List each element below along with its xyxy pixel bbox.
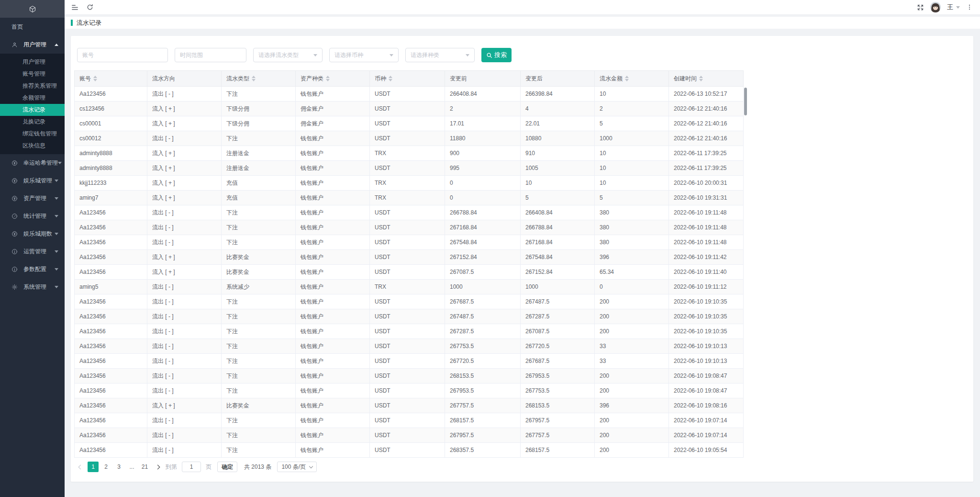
cell: 2022-06-10 19:08:16 (669, 398, 744, 413)
cell: 4 (521, 102, 595, 116)
cell: 注册送金 (222, 161, 296, 176)
cell: 2022-06-10 19:10:13 (669, 354, 744, 369)
account-input[interactable] (77, 48, 168, 62)
cell: 268157.5 (521, 443, 595, 458)
column-header[interactable]: 创建时间 (669, 71, 744, 87)
avatar[interactable] (930, 2, 941, 12)
cell: 流入 [ + ] (147, 102, 222, 116)
cell: 267687.5 (445, 294, 521, 309)
user-caret-icon[interactable] (956, 6, 960, 9)
sort-icon[interactable] (252, 76, 256, 81)
sidebar-item-wallet-binding[interactable]: 绑定钱包管理 (0, 128, 65, 140)
table-row: Aa123456流出 [ - ]下注钱包账户USDT267487.5267287… (75, 309, 744, 324)
next-page-button[interactable] (152, 462, 163, 472)
cell: 267753.5 (521, 384, 595, 398)
sidebar-item-block-info[interactable]: 区块信息 (0, 140, 65, 152)
cell: 267087.5 (521, 324, 595, 339)
user-name[interactable]: 王 (947, 3, 953, 11)
column-header-inner: 流水方向 (152, 75, 216, 83)
sort-desc-icon (252, 79, 256, 81)
table-row: adminty8888流入 [ + ]注册送金钱包账户USDT995100510… (75, 161, 744, 176)
cell: 流出 [ - ] (147, 294, 222, 309)
cell: 200 (595, 324, 669, 339)
sidebar-item-casino-periods[interactable]: 娱乐城期数 (0, 225, 65, 243)
cell: 2022-06-10 19:11:40 (669, 265, 744, 280)
table-row: Aa123456流出 [ - ]下注钱包账户USDT267287.5267087… (75, 324, 744, 339)
more-menu-icon[interactable] (966, 3, 973, 11)
sort-asc-icon (252, 76, 256, 78)
sort-desc-icon (625, 79, 629, 81)
search-button[interactable]: 搜索 (481, 48, 512, 62)
cell: 佣金账户 (296, 116, 370, 131)
cell: TRX (370, 176, 445, 191)
pagination-page-2[interactable]: 2 (100, 462, 111, 472)
page-size-select[interactable]: 100 条/页 (277, 462, 317, 472)
cell: 钱包账户 (296, 205, 370, 220)
cell: 佣金账户 (296, 102, 370, 116)
table-row: cs123456流入 [ + ]下级分佣佣金账户USDT2422022-06-1… (75, 102, 744, 116)
sort-icon[interactable] (625, 76, 629, 81)
sidebar-item-account-management[interactable]: 账号管理 (0, 68, 65, 80)
column-header-label: 变更后 (525, 75, 543, 83)
cell: 11880 (445, 131, 521, 146)
table-row: aming5流出 [ - ]系统减少钱包账户TRX1000100002022-0… (75, 280, 744, 294)
sidebar-item-flow-records[interactable]: 流水记录 (0, 104, 65, 116)
sidebar-item-casino-management[interactable]: 娱乐城管理 (0, 172, 65, 190)
sidebar-item-home[interactable]: 首页 (0, 18, 65, 36)
cell: 2022-06-10 19:11:42 (669, 250, 744, 265)
cell: 900 (445, 146, 521, 161)
flow-type-select[interactable]: 请选择流水类型 (253, 48, 323, 62)
sidebar-item-label: 首页 (11, 23, 58, 31)
sidebar-item-user-management[interactable]: 用户管理 (0, 36, 65, 54)
sort-icon[interactable] (389, 76, 392, 81)
pagination-page-21[interactable]: 21 (139, 462, 150, 472)
cell: 267753.5 (445, 339, 521, 354)
sidebar-item-label: 参数配置 (23, 265, 55, 273)
sidebar-item-balance-management[interactable]: 余额管理 (0, 92, 65, 104)
cell: 流入 [ + ] (147, 116, 222, 131)
sort-icon[interactable] (93, 76, 97, 81)
cell: 流出 [ - ] (147, 220, 222, 235)
sidebar-item-statistics-management[interactable]: 统计管理 (0, 207, 65, 225)
column-header[interactable]: 币种 (370, 71, 445, 87)
cell: 下注 (222, 235, 296, 250)
sidebar-item-referral-management[interactable]: 推荐关系管理 (0, 80, 65, 92)
table-row: Aa123456流出 [ - ]下注钱包账户USDT266788.8426640… (75, 205, 744, 220)
prev-page-button[interactable] (75, 462, 86, 472)
category-select[interactable]: 请选择种类 (405, 48, 475, 62)
pagination-page-1[interactable]: 1 (88, 462, 99, 472)
fullscreen-icon[interactable] (917, 4, 924, 11)
cell: TRX (370, 280, 445, 294)
cell: 10 (595, 87, 669, 102)
sidebar-item-exchange-records[interactable]: 兑换记录 (0, 116, 65, 128)
column-header-inner: 创建时间 (674, 75, 738, 83)
table-row: Aa123456流出 [ - ]下注钱包账户USDT267953.5267753… (75, 384, 744, 398)
column-header[interactable]: 流水金额 (595, 71, 669, 87)
column-header[interactable]: 账号 (75, 71, 147, 87)
column-header[interactable]: 流水类型 (222, 71, 296, 87)
cell: 910 (521, 146, 595, 161)
pagination-ellipsis[interactable]: ... (126, 462, 137, 472)
confirm-button[interactable]: 确定 (217, 462, 237, 472)
column-header[interactable]: 资产种类 (296, 71, 370, 87)
sidebar-item-system-management[interactable]: 系统管理 (0, 278, 65, 296)
refresh-icon[interactable] (86, 3, 94, 11)
goto-page-input[interactable] (182, 462, 201, 472)
sidebar-item-lucky-hash[interactable]: 幸运哈希管理 (0, 154, 65, 172)
cell: 266408.84 (521, 205, 595, 220)
cell: 1000 (595, 131, 669, 146)
time-range-input[interactable] (175, 48, 246, 62)
sort-icon[interactable] (326, 76, 330, 81)
sidebar-item-user-management-sub[interactable]: 用户管理 (0, 56, 65, 68)
sidebar-item-asset-management[interactable]: 资产管理 (0, 190, 65, 207)
navbar-right: 王 (917, 2, 973, 12)
sidebar-item-parameter-config[interactable]: 参数配置 (0, 260, 65, 278)
cell: USDT (370, 294, 445, 309)
sidebar-item-operations-management[interactable]: 运营管理 (0, 243, 65, 260)
vertical-scrollbar[interactable] (744, 88, 747, 115)
pagination-page-3[interactable]: 3 (113, 462, 124, 472)
sort-icon[interactable] (699, 76, 703, 81)
sidebar-toggle-icon[interactable] (71, 3, 79, 11)
cell: 钱包账户 (296, 250, 370, 265)
currency-select[interactable]: 请选择币种 (329, 48, 399, 62)
